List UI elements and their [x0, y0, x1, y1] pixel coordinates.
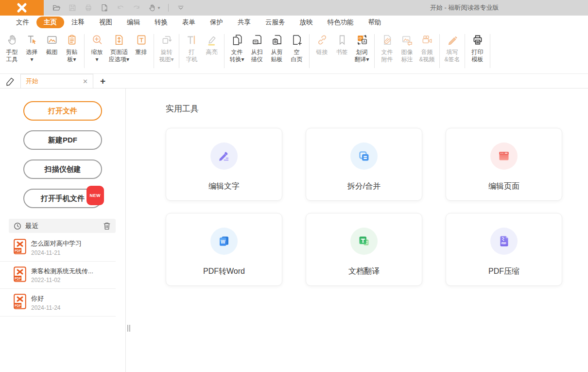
open-file-icon[interactable]: [52, 3, 61, 13]
from-scanner-button[interactable]: 从扫 描仪: [247, 29, 267, 64]
open-mobile-file-button[interactable]: 打开手机文件 NEW: [23, 189, 102, 208]
image-annotation-button[interactable]: 图像 标注: [397, 29, 417, 64]
from-clipboard-icon: [271, 34, 283, 46]
highlight-button[interactable]: 高亮: [202, 29, 222, 64]
ribbon-group-print: 打印 模板: [467, 29, 487, 64]
recent-item-text: 乘客检测系统无线传... 2022-11-02: [31, 266, 93, 284]
select-tool-button[interactable]: 选择 ▾: [22, 29, 42, 64]
card-document-translate[interactable]: 文档翻译: [306, 213, 422, 286]
recent-section: 最近 PDF 怎么面对高中学习 2024-11-21 PDF 乘客检测系统无线传…: [0, 219, 125, 317]
tab-start[interactable]: 开始 ✕: [20, 74, 93, 88]
card-split-merge[interactable]: 拆分/合并: [306, 128, 422, 201]
ribbon-group-sign: 填写 &签名: [442, 29, 462, 64]
typewriter-button[interactable]: 打 字机: [182, 29, 202, 64]
ribbon-separator: [224, 34, 225, 68]
zoom-button[interactable]: 缩放 ▾: [87, 29, 107, 64]
card-pdf-compress[interactable]: PDF PDF压缩: [446, 213, 562, 286]
menu-bar: 文件 主页 注释 视图 编辑 转换 表单 保护 共享 云服务 放映 特色功能 帮…: [0, 16, 588, 29]
pdf-file-icon: PDF: [14, 294, 26, 309]
link-button[interactable]: 链接: [312, 29, 332, 64]
new-pdf-button[interactable]: 新建PDF: [23, 130, 102, 150]
hand-gesture-icon[interactable]: ▼: [148, 3, 161, 13]
card-label: PDF压缩: [488, 266, 519, 277]
menu-tab-features[interactable]: 特色功能: [320, 17, 361, 28]
rotate-view-button[interactable]: 旋转 视图▾: [156, 29, 176, 64]
edit-pages-icon: [490, 142, 518, 170]
menu-tab-view[interactable]: 视图: [92, 17, 120, 28]
menu-tab-form[interactable]: 表单: [175, 17, 203, 28]
card-label: PDF转Word: [203, 266, 245, 277]
menu-tab-slideshow[interactable]: 放映: [293, 17, 320, 28]
titlebar: ▼ 开始 - 福昕阅读器专业版: [0, 0, 588, 16]
clipboard-button[interactable]: 剪贴 板▾: [62, 29, 82, 64]
ribbon-label: 从剪 贴板: [271, 49, 283, 64]
print-template-icon: [471, 34, 484, 46]
menu-tab-file[interactable]: 文件: [9, 17, 36, 28]
audio-video-button[interactable]: 音频 &视频: [417, 29, 437, 64]
hand-tool-button[interactable]: 手型 工具: [2, 29, 22, 64]
menu-tab-protect[interactable]: 保护: [203, 17, 230, 28]
pen-launcher-icon[interactable]: [4, 75, 17, 88]
plus-icon[interactable]: +: [100, 76, 105, 87]
file-attachment-button[interactable]: 文件 附件: [377, 29, 397, 64]
recent-item[interactable]: PDF 乘客检测系统无线传... 2022-11-02: [0, 262, 116, 289]
ribbon-label: 文件 转换▾: [230, 49, 244, 64]
redo-icon[interactable]: [132, 3, 141, 13]
file-convert-icon: [231, 34, 243, 46]
tab-label: 开始: [26, 77, 38, 86]
save-icon[interactable]: [68, 3, 77, 13]
trash-icon[interactable]: [103, 222, 111, 230]
scanner-create-button[interactable]: 扫描仪创建: [23, 159, 102, 179]
open-file-button[interactable]: 打开文件: [23, 101, 102, 121]
menu-tab-comment[interactable]: 注释: [64, 17, 92, 28]
from-clipboard-button[interactable]: 从剪 贴板: [267, 29, 287, 64]
menu-tab-help[interactable]: 帮助: [361, 17, 389, 28]
reflow-button[interactable]: 重排: [131, 29, 151, 64]
menu-tab-convert[interactable]: 转换: [147, 17, 175, 28]
translate-button[interactable]: 中A 划词 翻译▾: [352, 29, 372, 64]
print-template-button[interactable]: 打印 模板: [467, 29, 487, 64]
print-icon[interactable]: [84, 3, 93, 13]
ribbon-label: 选择 ▾: [26, 49, 38, 64]
pdf-to-word-icon: W: [210, 228, 238, 255]
ribbon-label: 手型 工具: [6, 49, 18, 64]
card-edit-text[interactable]: 编辑文字: [166, 128, 282, 201]
recent-item[interactable]: PDF 你好 2024-11-24: [0, 289, 116, 317]
menu-tab-cloud[interactable]: 云服务: [258, 17, 293, 28]
ribbon-label: 从扫 描仪: [251, 49, 263, 64]
ribbon-label: 剪贴 板▾: [66, 49, 78, 64]
customize-quick-access-icon[interactable]: [176, 3, 186, 13]
blank-page-button[interactable]: 空 白页: [287, 29, 307, 64]
bookmark-button[interactable]: 书签: [332, 29, 352, 64]
ribbon-label: 划词 翻译▾: [355, 49, 369, 64]
card-pdf-to-word[interactable]: W PDF转Word: [166, 213, 282, 286]
ribbon-label: 缩放 ▾: [91, 49, 103, 64]
menu-tab-edit[interactable]: 编辑: [120, 17, 147, 28]
new-badge: NEW: [86, 186, 104, 205]
recent-item[interactable]: PDF 怎么面对高中学习 2024-11-21: [0, 234, 116, 262]
recent-item-text: 怎么面对高中学习 2024-11-21: [31, 239, 82, 256]
sidebar-splitter[interactable]: [127, 325, 130, 332]
fill-sign-button[interactable]: 填写 &签名: [442, 29, 462, 64]
card-edit-pages[interactable]: 编辑页面: [446, 128, 562, 201]
menu-tab-share[interactable]: 共享: [230, 17, 258, 28]
foxit-logo[interactable]: [0, 0, 44, 16]
ribbon-group-view: 缩放 ▾ 页面适 应选项▾ 重排: [87, 29, 151, 64]
snapshot-button[interactable]: 截图: [42, 29, 62, 64]
edit-text-icon: [210, 142, 238, 170]
ribbon-separator: [309, 34, 310, 68]
file-convert-button[interactable]: 文件 转换▾: [227, 29, 247, 64]
ribbon-group-insert: 链接 书签 中A 划词 翻译▾: [312, 29, 372, 64]
foxit-logo-icon: [16, 1, 28, 14]
tool-cards-grid: 编辑文字 拆分/合并 编辑页面 W PDF转Word: [166, 128, 588, 286]
card-label: 编辑文字: [208, 181, 240, 192]
ribbon-separator: [84, 34, 85, 68]
fit-page-options-button[interactable]: 页面适 应选项▾: [107, 29, 131, 64]
close-icon[interactable]: ✕: [83, 78, 88, 85]
menu-tab-home[interactable]: 主页: [36, 17, 64, 28]
ribbon-label: 打印 模板: [472, 49, 484, 64]
main-content: 实用工具 编辑文字 拆分/合并 编辑页面: [126, 89, 588, 372]
undo-icon[interactable]: [116, 3, 125, 13]
new-document-icon[interactable]: [100, 3, 109, 13]
ribbon-label: 空 白页: [291, 49, 303, 64]
